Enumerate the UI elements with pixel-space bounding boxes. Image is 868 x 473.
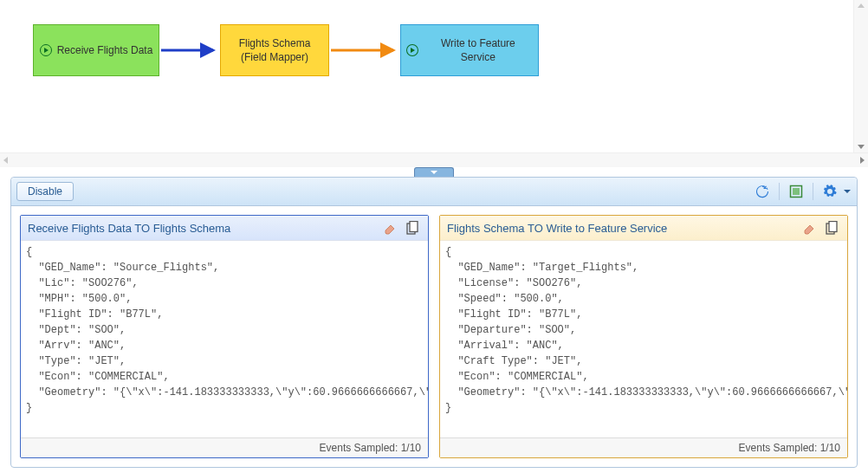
event-content-wrap: { "GED_Name": "Source_Flights", "Lic": "… [21,241,428,457]
events-toolbar: Disable [11,178,857,206]
node-write-to-feature-service[interactable]: Write to Feature Service [400,24,539,76]
svg-rect-5 [410,222,418,232]
events-body: Receive Flights Data TO Flights Schema {… [11,206,857,467]
scroll-down-icon [858,145,865,149]
node-label: Receive Flights Data [57,43,153,57]
canvas-scrollbar-horizontal[interactable] [0,152,868,167]
event-viewer-header: Flights Schema TO Write to Feature Servi… [440,216,847,241]
copy-icon[interactable] [404,219,421,236]
svg-rect-3 [793,188,800,195]
scroll-right-icon [860,157,865,164]
disable-button[interactable]: Disable [16,182,74,201]
event-content-wrap: { "GED_Name": "Target_Flights", "License… [440,241,847,457]
toolbar-separator [779,183,780,200]
events-panel: Disable Receive Flights Data TO Flights … [10,177,858,468]
svg-rect-7 [829,222,837,232]
event-json[interactable]: { "GED_Name": "Target_Flights", "License… [440,241,847,437]
event-viewer-header: Receive Flights Data TO Flights Schema [21,216,428,241]
scroll-up-icon [858,3,865,8]
event-footer: Events Sampled: 1/10 [21,437,428,457]
node-line1: Flights Schema [239,36,311,50]
connector-schema-to-write[interactable] [329,24,400,76]
splitter-collapse-handle[interactable] [414,167,454,177]
toolbar-separator [813,183,813,200]
gear-icon[interactable] [822,184,838,199]
eraser-icon[interactable] [800,219,818,236]
eraser-icon[interactable] [381,219,398,236]
event-viewer-left: Receive Flights Data TO Flights Schema {… [20,215,429,458]
event-footer: Events Sampled: 1/10 [440,437,847,457]
event-json[interactable]: { "GED_Name": "Source_Flights", "Lic": "… [21,241,428,437]
play-icon [40,44,52,56]
play-icon [406,44,418,56]
events-sampled-status: Events Sampled: 1/10 [739,442,840,454]
connector-receive-to-schema[interactable] [159,24,220,76]
event-viewer-right: Flights Schema TO Write to Feature Servi… [439,215,848,458]
canvas-scrollbar-vertical[interactable] [853,0,868,152]
node-label: Write to Feature Service [424,36,533,64]
node-flights-schema[interactable]: Flights Schema (Field Mapper) [220,24,329,76]
node-receive-flights-data[interactable]: Receive Flights Data [33,24,159,76]
refresh-icon[interactable] [755,184,770,199]
chevron-down-icon[interactable] [843,184,852,199]
box-icon[interactable] [788,184,804,199]
events-sampled-status: Events Sampled: 1/10 [320,442,421,454]
node-line2: (Field Mapper) [241,50,308,64]
diagram-canvas[interactable]: Receive Flights Data Flights Schema (Fie… [0,0,868,152]
copy-icon[interactable] [823,219,840,236]
event-viewer-title: Receive Flights Data TO Flights Schema [28,222,230,235]
scroll-left-icon [3,157,8,164]
horizontal-splitter[interactable] [0,166,868,177]
event-viewer-title: Flights Schema TO Write to Feature Servi… [447,222,667,235]
